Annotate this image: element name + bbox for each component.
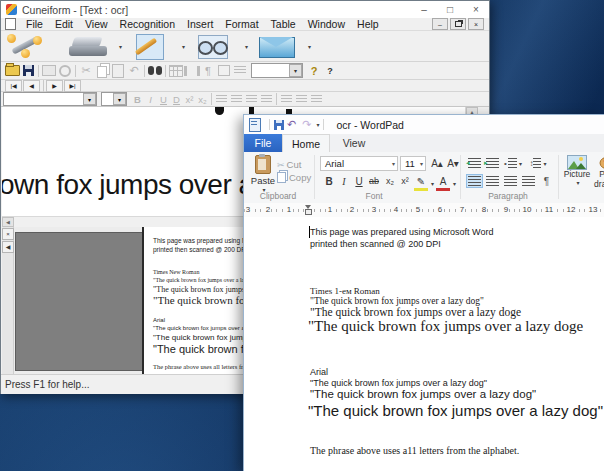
scroll-left-icon[interactable]: ◀: [2, 217, 14, 227]
increase-indent-button[interactable]: ▸: [484, 156, 501, 170]
combo-dropdown-icon[interactable]: ▾: [390, 160, 397, 167]
bold-button[interactable]: B: [131, 94, 144, 105]
close-button[interactable]: ×: [463, 1, 489, 18]
undo-button[interactable]: ↶: [126, 64, 142, 78]
minimize-button[interactable]: –: [411, 1, 437, 18]
superscript-button[interactable]: x²: [398, 174, 412, 188]
combo-dropdown-icon[interactable]: ▾: [83, 93, 96, 105]
paragraph-dialog-button[interactable]: ¶: [538, 174, 555, 188]
pane-collapse-button[interactable]: ◀: [2, 241, 14, 253]
wordpad-titlebar[interactable]: ↶ ↷ ▾ ocr - WordPad: [244, 115, 604, 134]
scan-button[interactable]: [67, 32, 111, 60]
menu-window[interactable]: Window: [302, 18, 351, 30]
menu-format[interactable]: Format: [219, 18, 264, 30]
ruler[interactable]: 3 2 1 1 2 3 4 5 6 7 8 9 10 11 12 13: [244, 203, 604, 218]
numbered-list-button[interactable]: [281, 95, 292, 103]
align-right-button[interactable]: [502, 174, 519, 188]
menu-view[interactable]: View: [79, 18, 114, 30]
italic-button[interactable]: I: [337, 174, 351, 188]
double-underline-button[interactable]: D: [170, 94, 183, 105]
align-justify-button[interactable]: [520, 174, 537, 188]
highlight-color-button[interactable]: ✎: [414, 174, 428, 191]
recognize-button[interactable]: [130, 32, 174, 60]
wordpad-document[interactable]: This page was prepared using Microsoft W…: [244, 217, 604, 471]
subscript-button[interactable]: x₂: [196, 94, 209, 105]
bullet-list-button[interactable]: [296, 95, 307, 103]
tab-view[interactable]: View: [330, 134, 378, 152]
strikethrough-button[interactable]: ab: [367, 174, 381, 188]
recognize-dropdown[interactable]: ▾: [182, 43, 185, 50]
copy-button[interactable]: [94, 64, 110, 78]
print-button[interactable]: [41, 64, 57, 78]
tab-home[interactable]: Home: [282, 134, 330, 152]
menu-insert[interactable]: Insert: [181, 18, 219, 30]
align-center-button[interactable]: [484, 174, 501, 188]
quick-save-button[interactable]: [274, 120, 284, 130]
decrease-indent-button[interactable]: ◂: [466, 156, 483, 170]
lines-button[interactable]: [232, 64, 248, 78]
cut-button[interactable]: ✂ Cut: [277, 159, 301, 170]
child-restore-button[interactable]: [450, 18, 466, 30]
font-name-combobox[interactable]: Arial ▾: [320, 156, 398, 171]
last-page-button[interactable]: ▶|: [64, 80, 81, 92]
columns-button[interactable]: [184, 64, 200, 78]
copy-button[interactable]: Copy: [277, 172, 311, 183]
line-spacing-dropdown[interactable]: ▾: [543, 160, 546, 167]
paint-drawing-button[interactable]: Paint drawing: [592, 155, 604, 190]
paste-button[interactable]: [110, 64, 126, 78]
menu-file[interactable]: File: [20, 18, 49, 30]
context-help-button[interactable]: ?: [322, 64, 338, 78]
frame-button[interactable]: [216, 64, 232, 78]
shrink-font-button[interactable]: A▾: [446, 156, 460, 170]
combo-dropdown-icon[interactable]: ▾: [418, 160, 425, 167]
wizard-button[interactable]: [5, 32, 49, 60]
align-left-button[interactable]: [216, 95, 227, 103]
font-size-combobox[interactable]: 11 ▾: [400, 156, 426, 171]
save-button[interactable]: [20, 64, 36, 78]
indent-marker[interactable]: [305, 205, 312, 215]
font-size-combobox[interactable]: ▾: [101, 92, 127, 106]
export-button[interactable]: [256, 32, 300, 60]
align-right-button[interactable]: [246, 95, 257, 103]
maximize-button[interactable]: □: [437, 1, 463, 18]
help-button[interactable]: ?: [306, 64, 322, 78]
highlight-dropdown[interactable]: ▾: [431, 180, 434, 187]
font-color-dropdown[interactable]: ▾: [453, 180, 456, 187]
style-combobox[interactable]: ▾: [251, 63, 303, 78]
qat-customize-dropdown[interactable]: ▾: [316, 121, 319, 128]
open-button[interactable]: [4, 64, 20, 78]
quick-undo-button[interactable]: ↶: [287, 119, 296, 130]
combo-dropdown-icon[interactable]: ▾: [113, 93, 126, 105]
prev-page-button[interactable]: ◀: [23, 80, 40, 92]
scan-dropdown[interactable]: ▾: [119, 43, 122, 50]
picture-dropdown[interactable]: ▾: [576, 180, 579, 187]
menu-recognition[interactable]: Recognition: [114, 18, 181, 30]
align-center-button[interactable]: [231, 95, 242, 103]
child-close-button[interactable]: ×: [468, 18, 484, 30]
align-justify-button[interactable]: [261, 95, 272, 103]
menu-edit[interactable]: Edit: [49, 18, 79, 30]
cuneiform-titlebar[interactable]: Cuneiform - [Text : ocr] – □ ×: [1, 1, 489, 18]
superscript-button[interactable]: x²: [183, 94, 196, 105]
next-page-button[interactable]: ▶: [46, 80, 63, 92]
font-name-combobox[interactable]: ▾: [3, 92, 97, 106]
child-minimize-button[interactable]: –: [432, 18, 448, 30]
cut-button[interactable]: ✂: [78, 64, 94, 78]
grow-font-button[interactable]: A▴: [430, 156, 444, 170]
bold-button[interactable]: B: [322, 174, 336, 188]
underline-button[interactable]: U: [352, 174, 366, 188]
find-button[interactable]: [147, 64, 163, 78]
insert-picture-button[interactable]: Picture ▾: [562, 155, 592, 187]
verify-button[interactable]: [193, 32, 237, 60]
tab-file[interactable]: File: [244, 134, 282, 152]
bullets-button[interactable]: • ▾: [502, 156, 524, 170]
bullets-dropdown[interactable]: ▾: [519, 160, 522, 167]
first-page-button[interactable]: |◀: [5, 80, 22, 92]
subscript-button[interactable]: x₂: [383, 174, 397, 188]
menu-help[interactable]: Help: [351, 18, 385, 30]
indent-button[interactable]: [311, 95, 322, 103]
font-color-button[interactable]: A: [436, 174, 450, 191]
align-left-button[interactable]: [466, 174, 483, 188]
document-icon[interactable]: [5, 18, 16, 30]
pane-close-button[interactable]: ×: [2, 228, 14, 240]
